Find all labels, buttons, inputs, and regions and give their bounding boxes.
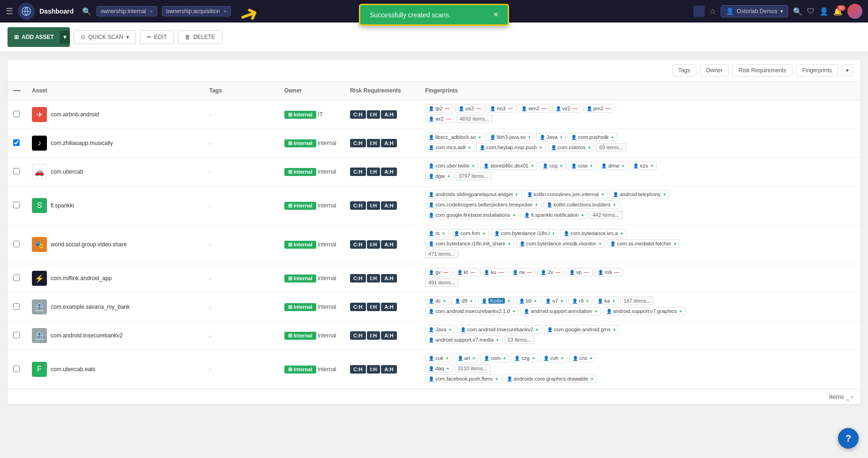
filter-more-btn[interactable]: ▾ [842,64,853,76]
add-icon[interactable]: + [561,355,563,361]
add-icon[interactable]: + [472,355,475,361]
add-icon[interactable]: + [496,337,499,343]
add-icon[interactable]: + [512,308,515,314]
add-icon[interactable]: + [503,355,506,361]
add-icon[interactable]: + [560,134,563,140]
add-icon[interactable]: + [663,191,666,197]
fingerprint-expand[interactable]: 491 items... [425,278,458,287]
filter-tag-1[interactable]: ownership:internal × [96,6,157,16]
minus-icon[interactable]: — [470,269,475,275]
row-checkbox[interactable] [13,303,20,310]
add-icon[interactable]: + [472,163,475,168]
add-asset-caret[interactable]: ▾ [60,31,70,44]
add-icon[interactable]: + [507,298,510,304]
add-icon[interactable]: + [535,327,538,332]
add-icon[interactable]: + [611,134,614,140]
fingerprint-expand[interactable]: 3797 items... [456,172,492,180]
add-icon[interactable]: + [528,134,531,140]
add-icon[interactable]: + [443,298,446,304]
row-checkbox[interactable] [13,366,20,372]
row-checkbox[interactable] [13,202,20,208]
add-icon[interactable]: + [468,145,471,150]
fingerprint-expand[interactable]: 4692 items... [457,114,493,123]
avatar[interactable] [847,4,862,19]
fingerprint-expand[interactable]: 471 items... [425,250,458,258]
add-icon[interactable]: + [599,241,602,246]
minus-icon[interactable]: — [573,106,578,111]
notification-icon[interactable]: 🔔 90 [833,7,843,16]
add-icon[interactable]: + [586,298,589,304]
add-icon[interactable]: + [447,173,450,179]
add-icon[interactable]: + [513,212,516,218]
add-icon[interactable]: + [591,376,594,382]
filter-owner-btn[interactable]: Owner [700,64,729,76]
shield-icon[interactable]: 🛡 [807,7,815,15]
minus-icon[interactable]: — [476,106,481,111]
filter-tag-2-close[interactable]: × [224,8,227,14]
add-icon[interactable]: + [612,298,615,304]
dropdown-extra[interactable] [693,6,705,17]
help-button[interactable]: ? [838,428,859,449]
filter-tag-2[interactable]: ownership:acquisition × [162,6,231,16]
add-icon[interactable]: + [539,145,542,150]
add-icon[interactable]: + [515,191,518,197]
filter-tags-btn[interactable]: Tags [672,64,696,76]
minus-icon[interactable]: — [446,116,451,122]
add-icon[interactable]: + [620,230,623,236]
add-icon[interactable]: + [495,376,498,382]
delete-button[interactable]: 🗑 DELETE [178,30,222,44]
add-icon[interactable]: + [588,145,591,150]
add-icon[interactable]: + [601,191,604,197]
row-checkbox[interactable] [13,275,20,281]
select-all-header[interactable]: — [8,82,26,100]
row-checkbox[interactable] [13,332,20,338]
fingerprint-expand[interactable]: 442 items... [589,211,623,219]
row-checkbox[interactable] [13,139,20,146]
filter-tag-1-close[interactable]: × [150,8,153,14]
search-icon[interactable]: 🔍 [82,7,91,16]
add-asset-button[interactable]: ⊞ ADD ASSET ▾ [8,27,70,47]
search-global-icon[interactable]: 🔍 [793,7,802,16]
bookmark-icon[interactable]: ☆ [709,7,716,16]
add-icon[interactable]: + [531,163,533,168]
add-icon[interactable]: + [552,230,555,236]
row-checkbox[interactable] [13,168,20,175]
menu-icon[interactable]: ☰ [6,6,13,16]
add-icon[interactable]: + [613,202,616,207]
add-icon[interactable]: + [534,298,537,304]
add-icon[interactable]: + [594,308,597,314]
filter-fingerprints-btn[interactable]: Fingerprints [796,64,838,76]
add-icon[interactable]: + [478,134,481,140]
fingerprint-expand[interactable]: 167 items... [620,297,654,305]
row-checkbox[interactable] [13,111,20,117]
add-icon[interactable]: + [532,355,535,361]
add-icon[interactable]: + [590,355,593,361]
add-icon[interactable]: + [449,327,451,332]
minus-icon[interactable]: — [499,269,504,275]
quick-scan-button[interactable]: ⊙ QUICK SCAN ▾ [74,30,136,44]
add-icon[interactable]: + [674,241,677,246]
add-icon[interactable]: + [590,163,593,168]
edit-button[interactable]: ✏ EDIT [140,30,174,44]
add-icon[interactable]: + [560,163,563,168]
add-icon[interactable]: + [650,163,653,168]
add-icon[interactable]: + [622,163,624,168]
add-icon[interactable]: + [508,241,510,246]
minus-icon[interactable]: — [606,106,611,111]
minus-icon[interactable]: — [443,269,449,275]
add-icon[interactable]: + [679,308,682,314]
fingerprint-expand[interactable]: 69 items... [596,143,626,152]
user-menu[interactable]: 👤 Ostorlab Demos ▾ [721,5,788,17]
person-icon[interactable]: 👤 [819,7,829,16]
minus-icon[interactable]: — [527,269,532,275]
fingerprint-expand[interactable]: 3110 items... [455,364,491,373]
add-icon[interactable]: + [561,298,563,304]
add-icon[interactable]: + [446,355,449,361]
minus-icon[interactable]: — [508,106,513,111]
add-icon[interactable]: + [482,230,485,236]
add-icon[interactable]: + [442,230,445,236]
quick-scan-caret[interactable]: ▾ [126,34,129,40]
row-checkbox[interactable] [13,241,20,247]
minus-icon[interactable]: — [556,269,561,275]
minus-icon[interactable]: — [614,269,619,275]
